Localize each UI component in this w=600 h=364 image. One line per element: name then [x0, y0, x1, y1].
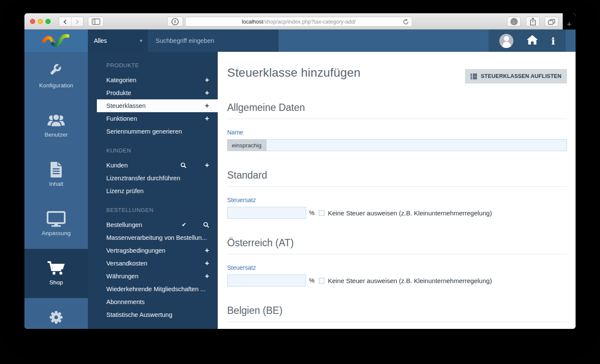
menu-item-label: Statistische Auswertung: [106, 311, 172, 318]
share-button[interactable]: [526, 17, 540, 27]
menu-item-lizenz-pruefen[interactable]: Lizenz prüfen: [88, 185, 218, 197]
address-bar[interactable]: localhost/shop/acp/index.php?tax-categor…: [185, 17, 412, 27]
woltlab-wave-icon: [40, 32, 72, 49]
acp-topbar: Alles: [24, 30, 576, 52]
sidebar-item-label: Anpassung: [42, 230, 71, 236]
zoom-window-button[interactable]: [45, 19, 51, 24]
back-button[interactable]: [59, 17, 71, 26]
url-path: /shop/acp/index.php?tax-category-add/: [263, 19, 356, 25]
plus-icon[interactable]: [205, 270, 209, 283]
close-window-button[interactable]: [30, 19, 35, 24]
menu-item-kategorien[interactable]: Kategorien: [88, 74, 218, 87]
new-tab-button[interactable]: +: [567, 19, 571, 30]
search-icon[interactable]: [180, 159, 186, 172]
acp-search: [148, 30, 279, 52]
menu-item-versandkosten[interactable]: Versandkosten: [88, 257, 218, 270]
plus-icon[interactable]: [205, 244, 209, 257]
main-content: Steuerklasse hinzufügen Steuerklassen au…: [218, 52, 576, 329]
menu-section-produkte: PRODUKTE Kategorien Produkte Steuerklass…: [88, 62, 218, 138]
search-icon[interactable]: [203, 218, 209, 231]
list-icon: [471, 74, 477, 79]
menu-section-bestellungen: BESTELLUNGEN Bestellungen Massenverarbei…: [88, 207, 218, 321]
search-scope-dropdown[interactable]: Alles: [88, 30, 148, 52]
section-heading-allgemeine-daten: Allgemeine Daten: [227, 101, 567, 119]
menu-item-label: Seriennummern generieren: [106, 128, 182, 135]
menu-item-label: Lizenztransfer durchführen: [106, 175, 180, 182]
topbar-endcap: [566, 30, 576, 52]
info-button[interactable]: [551, 35, 555, 47]
menu-item-produkte[interactable]: Produkte: [88, 87, 218, 99]
menu-section-title: KUNDEN: [88, 147, 218, 154]
chevron-left-icon: [63, 19, 67, 25]
plus-icon[interactable]: [205, 99, 209, 112]
menu-section-kunden: KUNDEN Kunden Lizenztransfer durchführen…: [88, 147, 218, 197]
keyhole-icon: [171, 18, 179, 26]
url-host: localhost: [242, 19, 263, 25]
menu-item-label: Wiederkehrende Mitgliedschaften ...: [106, 286, 205, 292]
sidebar-toggle-button[interactable]: [88, 17, 104, 27]
avatar-head-shape: [504, 36, 509, 41]
gear-icon: [47, 308, 65, 326]
plus-icon[interactable]: [205, 87, 209, 99]
no-tax-checkbox-label[interactable]: Keine Steuer ausweisen (z.B. Kleinuntern…: [328, 209, 492, 217]
sidebar-item-verwaltung[interactable]: Verwaltung: [24, 298, 88, 329]
home-button[interactable]: [526, 34, 538, 47]
menu-item-steuerklassen[interactable]: Steuerklassen: [97, 99, 218, 112]
share-icon: [530, 18, 536, 26]
sidebar-item-konfiguration[interactable]: Konfiguration: [24, 52, 88, 101]
no-tax-checkbox[interactable]: [319, 278, 324, 283]
shop-submenu: PRODUKTE Kategorien Produkte Steuerklass…: [88, 52, 218, 329]
sidebar-item-label: Verwaltung: [42, 328, 71, 329]
content-header: Steuerklasse hinzufügen Steuerklassen au…: [227, 65, 567, 84]
reload-button[interactable]: [403, 19, 409, 26]
menu-item-seriennummern[interactable]: Seriennummern generieren: [88, 125, 218, 138]
menu-section-title: BESTELLUNGEN: [88, 207, 218, 213]
search-input[interactable]: [148, 37, 279, 44]
minimize-window-button[interactable]: [38, 19, 43, 24]
plus-icon[interactable]: [205, 159, 209, 172]
menu-item-waehrungen[interactable]: Währungen: [88, 270, 218, 283]
tax-rate-input[interactable]: [227, 207, 306, 219]
file-text-icon: [49, 161, 63, 179]
sidebar-item-inhalt[interactable]: Inhalt: [24, 150, 88, 200]
menu-item-bestellungen[interactable]: Bestellungen: [88, 218, 218, 231]
name-input[interactable]: [266, 139, 567, 151]
sidebar-item-label: Konfiguration: [39, 82, 73, 89]
menu-item-vertragsbedingungen[interactable]: Vertragsbedingungen: [88, 244, 218, 257]
menu-item-lizenztransfer[interactable]: Lizenztransfer durchführen: [88, 172, 218, 185]
tabs-icon: [548, 18, 555, 25]
list-tax-classes-button[interactable]: Steuerklassen auflisten: [465, 69, 567, 84]
menu-item-statistische-auswertung[interactable]: Statistische Auswertung: [88, 308, 218, 321]
no-tax-checkbox[interactable]: [319, 210, 324, 216]
wrench-icon: [47, 62, 66, 80]
sidebar-item-anpassung[interactable]: Anpassung: [24, 200, 88, 249]
check-icon[interactable]: [182, 218, 186, 231]
user-avatar[interactable]: [499, 34, 513, 48]
menu-item-label: Produkte: [106, 90, 131, 96]
tax-rate-input[interactable]: [227, 274, 306, 286]
name-input-group: einsprachig: [227, 139, 567, 151]
topbar-user-area: [489, 30, 566, 52]
onepassword-extension-button[interactable]: [167, 17, 183, 27]
language-prefix-badge[interactable]: einsprachig: [227, 139, 266, 151]
sidebar-item-shop[interactable]: Shop: [24, 249, 88, 298]
plus-icon[interactable]: [205, 74, 209, 87]
menu-item-label: Abonnements: [106, 298, 144, 305]
page-title: Steuerklasse hinzufügen: [227, 65, 465, 81]
no-tax-checkbox-label[interactable]: Keine Steuer ausweisen (z.B. Kleinuntern…: [328, 277, 492, 284]
menu-item-kunden[interactable]: Kunden: [88, 159, 218, 172]
menu-item-wiederkehrende-mitgliedschaften[interactable]: Wiederkehrende Mitgliedschaften ...: [88, 283, 218, 295]
forward-button[interactable]: [71, 17, 84, 26]
plus-icon[interactable]: [205, 112, 209, 125]
plus-icon[interactable]: [205, 257, 209, 270]
downloads-button[interactable]: [507, 17, 521, 27]
menu-item-massenverarbeitung[interactable]: Massenverarbeitung von Bestellun...: [88, 231, 218, 244]
menu-item-abonnements[interactable]: Abonnements: [88, 295, 218, 308]
percent-unit: %: [309, 209, 315, 216]
sidebar-item-benutzer[interactable]: Benutzer: [24, 101, 88, 150]
menu-item-label: Vertragsbedingungen: [106, 247, 165, 254]
woltlab-logo[interactable]: [24, 30, 88, 52]
menu-item-label: Massenverarbeitung von Bestellun...: [106, 234, 207, 241]
show-tabs-button[interactable]: [545, 17, 558, 27]
menu-item-funktionen[interactable]: Funktionen: [88, 112, 218, 125]
